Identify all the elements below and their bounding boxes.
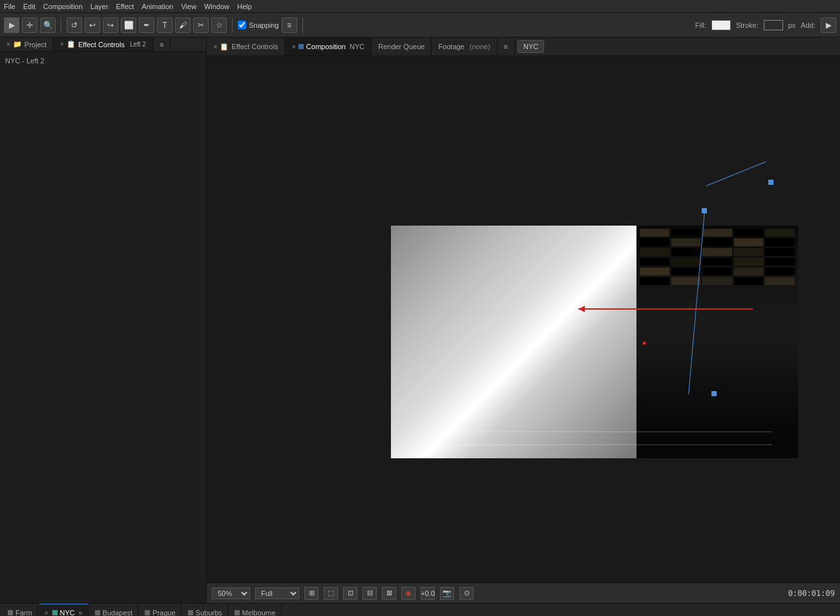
fill-label: Fill: — [695, 21, 706, 29]
undo-tool[interactable]: ↩ — [85, 17, 100, 33]
clone-tool[interactable]: ✂ — [193, 17, 209, 33]
comp-canvas — [288, 180, 759, 458]
composition-tab[interactable]: × Composition NYC — [285, 37, 372, 56]
composition-label: Composition — [306, 43, 346, 50]
menu-animation[interactable]: Animation — [142, 3, 173, 10]
nyc-subtab-label: NYC — [523, 43, 538, 50]
timeline-tab-nyc[interactable]: × NYC ≡ — [39, 604, 89, 617]
render-queue-tab[interactable]: Render Queue — [372, 37, 432, 56]
main-layout: × 📁 Project × 📋 Effect Controls Left 2 ≡… — [0, 37, 840, 603]
transform-handle-tl[interactable] — [702, 208, 707, 213]
left-panel: × 📁 Project × 📋 Effect Controls Left 2 ≡… — [0, 37, 207, 603]
menu-effect[interactable]: Effect — [116, 3, 134, 10]
nyc-close[interactable]: × — [45, 610, 48, 617]
farm-label: Farm — [16, 609, 32, 617]
stroke-width: px — [788, 21, 796, 29]
project-tab-close[interactable]: × — [6, 41, 10, 48]
left-panel-tabs: × 📁 Project × 📋 Effect Controls Left 2 ≡ — [0, 37, 206, 52]
street-bottom — [391, 361, 798, 458]
street-line — [443, 444, 772, 445]
nyc-menu[interactable]: ≡ — [79, 610, 83, 617]
camera-button[interactable]: 📷 — [440, 587, 454, 600]
timeline-tab-farm[interactable]: Farm — [3, 604, 38, 617]
comp-effect-close[interactable]: × — [213, 43, 217, 50]
mask-button[interactable]: ⬚ — [324, 587, 338, 600]
melbourne-dot — [235, 610, 240, 615]
comp-effect-controls-tab[interactable]: × 📋 Effect Controls — [207, 37, 285, 56]
footage-tab[interactable]: Footage (none) — [432, 37, 497, 56]
melbourne-label: Melbourne — [242, 609, 276, 617]
menu-window[interactable]: Window — [204, 3, 229, 10]
exposure-button[interactable]: +0.0 — [421, 587, 435, 600]
comp-menu[interactable]: ≡ — [498, 37, 515, 56]
suburbs-label: Suburbs — [196, 609, 222, 617]
quality-select[interactable]: Full Half Quarter — [255, 588, 299, 599]
transform-handle-bl[interactable] — [711, 391, 717, 396]
menu-edit[interactable]: Edit — [23, 3, 36, 10]
move-tool[interactable]: ✛ — [22, 17, 37, 33]
text-tool[interactable]: T — [157, 17, 173, 33]
center-panel: × 📋 Effect Controls × Composition NYC Re… — [207, 37, 840, 603]
puppet-tool[interactable]: ☆ — [211, 17, 227, 33]
mask-tool[interactable]: ⬜ — [121, 17, 136, 33]
nyc-subtab[interactable]: NYC — [518, 40, 544, 53]
menu-layer[interactable]: Layer — [90, 3, 109, 10]
timeline-tabs: Farm × NYC ≡ Budapest Prague Suburbs Mel… — [0, 604, 840, 616]
rotate-tool[interactable]: ↺ — [67, 17, 82, 33]
comp-effect-label: Effect Controls — [231, 43, 278, 50]
nyc-dot — [52, 610, 58, 615]
stroke-swatch[interactable] — [764, 20, 783, 30]
left-panel-menu[interactable]: ≡ — [153, 37, 171, 51]
menu-file[interactable]: File — [4, 3, 16, 10]
3d-button[interactable]: ⊟ — [362, 587, 377, 600]
timeline-panel: Farm × NYC ≡ Budapest Prague Suburbs Mel… — [0, 603, 840, 616]
timeline-tab-prague[interactable]: Prague — [140, 604, 181, 617]
pen-tool[interactable]: ✒ — [139, 17, 154, 33]
zoom-select[interactable]: 50% 100% 25% — [212, 588, 250, 599]
composition-close[interactable]: × — [291, 43, 295, 50]
redo-tool[interactable]: ↪ — [103, 17, 118, 33]
red-arrow-head — [578, 306, 585, 312]
zoom-tool[interactable]: 🔍 — [40, 17, 56, 33]
menu-view[interactable]: View — [181, 3, 196, 10]
color-button[interactable]: ◉ — [401, 587, 415, 600]
budapest-label: Budapest — [103, 609, 132, 617]
main-toolbar: ▶ ✛ 🔍 ↺ ↩ ↪ ⬜ ✒ T 🖌 ✂ ☆ Snapping ≡ Fill:… — [0, 13, 840, 37]
toggle-button[interactable]: ⊙ — [459, 587, 474, 600]
select-tool[interactable]: ▶ — [4, 17, 19, 33]
timeline-tab-melbourne[interactable]: Melbourne — [229, 604, 282, 617]
comp-panel-tabs: × 📋 Effect Controls × Composition NYC Re… — [207, 37, 840, 56]
grid-button[interactable]: ⊞ — [304, 587, 319, 600]
fill-swatch[interactable] — [711, 20, 731, 30]
transform-handle-tr[interactable] — [768, 180, 773, 185]
nyc-label: NYC — [60, 609, 75, 616]
effect-controls-close[interactable]: × — [60, 41, 64, 48]
snapping-area: Snapping — [238, 21, 279, 29]
safe-button[interactable]: ⊡ — [343, 587, 357, 600]
timeline-tab-budapest[interactable]: Budapest — [90, 604, 138, 617]
toolbar-separator-2 — [232, 17, 233, 33]
prague-label: Prague — [152, 609, 175, 617]
pixel-button[interactable]: ⊠ — [382, 587, 396, 600]
toolbar-right: Fill: Stroke: px Add: ▶ — [695, 17, 836, 33]
windows-grid — [640, 229, 795, 285]
menu-composition[interactable]: Composition — [43, 3, 83, 10]
project-tab[interactable]: × 📁 Project — [0, 37, 54, 51]
menu-help[interactable]: Help — [237, 3, 252, 10]
add-button[interactable]: ▶ — [821, 17, 836, 33]
red-arrow-line — [578, 308, 753, 310]
brush-tool[interactable]: 🖌 — [175, 17, 191, 33]
snapping-label: Snapping — [249, 21, 279, 29]
timeline-tab-suburbs[interactable]: Suburbs — [183, 604, 228, 617]
effect-controls-tab[interactable]: × 📋 Effect Controls Left 2 — [54, 37, 153, 51]
street-line2 — [443, 431, 772, 432]
snap-options[interactable]: ≡ — [282, 17, 297, 33]
project-tab-icon: 📁 — [13, 40, 22, 48]
stroke-label: Stroke: — [736, 21, 759, 29]
toolbar-separator-3 — [302, 17, 303, 33]
effect-controls-icon: 📋 — [67, 40, 76, 48]
composition-viewer[interactable] — [207, 56, 840, 582]
snapping-checkbox[interactable] — [238, 21, 246, 29]
traffic-light — [643, 342, 646, 345]
prague-dot — [145, 610, 150, 615]
